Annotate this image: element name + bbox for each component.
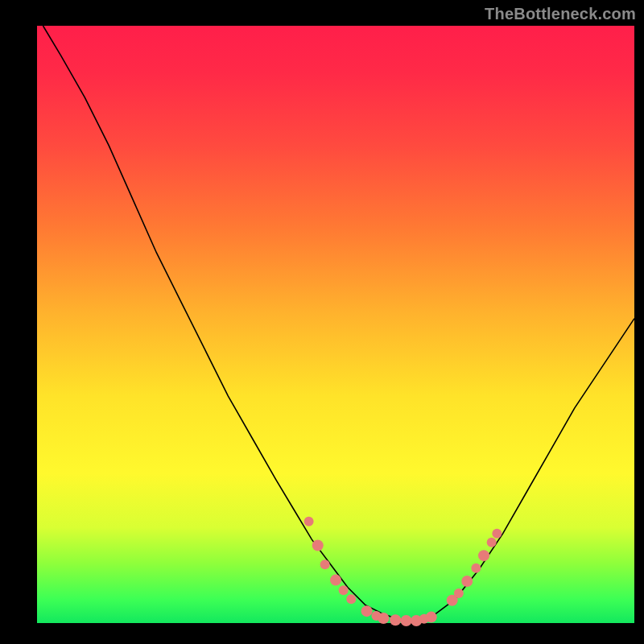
scatter-point [426, 612, 437, 623]
scatter-point [346, 594, 356, 604]
scatter-point [487, 538, 497, 547]
chart-frame: TheBottleneck.com [0, 0, 644, 644]
scatter-point [320, 559, 330, 569]
scatter-point [471, 564, 481, 573]
scatter-point [454, 588, 464, 598]
scatter-point [339, 585, 349, 595]
scatter-point [361, 605, 373, 617]
scatter-point [401, 615, 412, 626]
scatter-point [304, 517, 314, 526]
scatter-point [390, 614, 401, 625]
scatter-group [304, 517, 502, 626]
scatter-point [378, 613, 389, 624]
plot-area [37, 26, 634, 623]
scatter-point [461, 576, 473, 587]
plot-svg [37, 26, 634, 623]
scatter-point [492, 529, 502, 539]
scatter-point [330, 575, 341, 586]
bottleneck-curve [43, 26, 634, 621]
scatter-point [478, 550, 489, 561]
watermark-text: TheBottleneck.com [485, 5, 636, 23]
scatter-point [312, 540, 324, 551]
